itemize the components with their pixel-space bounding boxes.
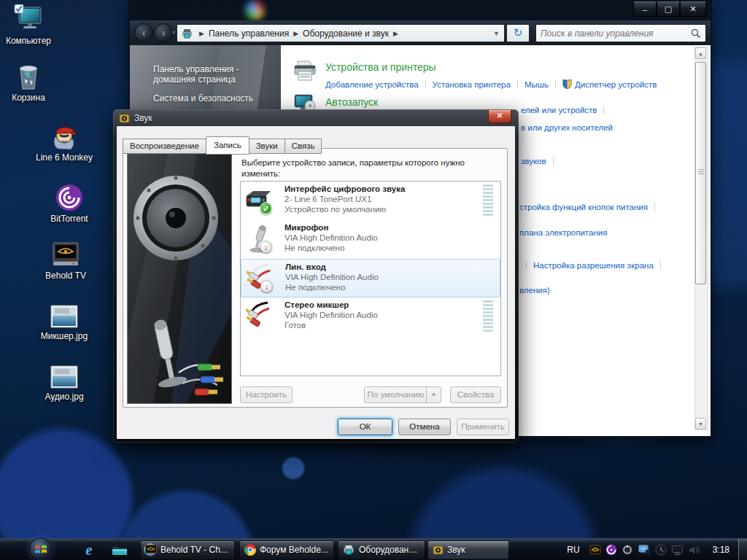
clock-tray-icon[interactable] [655,544,667,556]
control-panel-titlebar[interactable]: – ▢ ✕ [128,0,712,20]
address-dropdown-icon[interactable]: ▼ [489,30,504,37]
set-default-dropdown-icon[interactable]: ▼ [426,387,441,402]
quicklaunch-internet-explorer[interactable]: e [80,541,98,559]
sound-dialog-tabs: Воспроизведение Запись Звуки Связь [123,136,322,154]
tab-recording[interactable]: Запись [206,136,249,155]
taskbar-button-hardware-sound[interactable]: Оборудование ... [338,540,425,559]
partial-link-power-plan[interactable]: плана электропитания [519,228,607,237]
partial-link-cds-other-media[interactable]: в или других носителей [521,123,613,132]
properties-button[interactable]: Свойства [450,386,501,403]
quicklaunch-explorer[interactable] [111,541,128,559]
desktop: Компьютер Корзина Line 6 Monkey [0,0,747,560]
device-description: 2- Line 6 TonePort UX1 [285,195,371,203]
display-tray-icon[interactable] [671,545,684,556]
link-separator [660,261,661,270]
sound-dialog-icon [119,113,130,123]
set-default-button[interactable]: По умолчанию ▼ [364,386,441,403]
sound-dialog-title: Звук [134,113,152,123]
taskbar-button-sound[interactable]: Звук [427,540,509,559]
device-name: Микрофон [285,223,328,232]
taskbar-button-behold-tv[interactable]: Behold TV - Ch... [140,540,235,559]
link-separator [553,157,554,166]
search-input[interactable] [536,28,691,39]
taskbar-button-chrome-forum[interactable]: Форум Beholde... [239,540,334,559]
speaker-artwork [127,153,232,404]
partial-link-management[interactable]: вления) [519,286,550,295]
link-device-manager[interactable]: Диспетчер устройств [575,80,657,89]
device-status: Не подключено [285,283,345,292]
link-add-device[interactable]: Добавление устройства [325,80,419,89]
close-button[interactable]: ✕ [680,1,706,17]
tab-sounds[interactable]: Звуки [249,139,285,154]
language-indicator[interactable]: RU [567,545,579,555]
behold-tv-tray-icon[interactable] [589,544,601,556]
taskbar-button-label: Behold TV - Ch... [160,545,232,555]
breadcrumb-root[interactable]: Панель управления [207,28,290,39]
show-desktop-button[interactable] [738,539,747,560]
refresh-button[interactable]: ↻ [506,24,530,42]
cancel-button[interactable]: Отмена [398,419,451,435]
system-tray: RU [567,539,747,560]
apply-button[interactable]: Применить [457,419,509,435]
breadcrumb-arrow[interactable]: ▶ [196,30,207,37]
devices-and-printers-icon [343,545,355,555]
sidebar-home-link[interactable]: Панель управления - домашняя страница [153,64,239,85]
behold-tv-icon [51,241,80,268]
start-button[interactable] [29,537,53,560]
device-row-microphone[interactable]: ↓ Микрофон VIA High Definition Audio Не … [241,220,500,259]
partial-link-screen-resolution[interactable]: Настройка разрешения экрана [519,261,667,270]
section-devices-printers-title[interactable]: Устройства и принтеры [325,61,436,73]
partial-link-media-or-devices[interactable]: елей или устройств [521,106,611,114]
configure-button[interactable]: Настроить [240,386,293,403]
desktop-icon-mixer-jpg[interactable]: Микшер.jpg [24,304,104,341]
partial-link-power-buttons[interactable]: стройка функций кнопок питания [519,203,662,211]
desktop-icon-computer[interactable]: Компьютер [0,4,69,46]
ok-button[interactable]: ОК [338,419,392,435]
taskbar: e Behold TV - Ch... [0,538,747,560]
tab-communications[interactable]: Связь [285,139,322,154]
history-dropdown-icon[interactable]: ▾ [172,29,175,36]
app-ring-tray-icon[interactable] [622,544,633,556]
forward-button[interactable]: › [154,23,173,42]
bittorrent-tray-icon[interactable] [605,544,617,556]
taskbar-clock[interactable]: 3:18 [713,545,729,555]
device-status: Готов [285,321,306,330]
dialog-close-button[interactable]: ✕ [488,110,511,123]
breadcrumb-arrow[interactable]: ▶ [390,30,401,37]
image-file-icon [50,365,79,389]
breadcrumb-current[interactable]: Оборудование и звук [301,28,390,39]
desktop-icon-bittorrent[interactable]: BitTorrent [29,184,109,224]
device-row-line-in[interactable]: ↓ Лин. вход VIA High Definition Audio Не… [241,259,500,298]
sidebar-item-system-security[interactable]: Система и безопасность [153,93,253,104]
tab-playback[interactable]: Воспроизведение [123,139,206,154]
partial-link-system-sounds[interactable]: звуков [521,157,560,166]
breadcrumb-arrow[interactable]: ▶ [290,30,301,37]
scroll-thumb[interactable] [695,62,706,284]
scroll-down-button[interactable]: ▼ [695,418,706,429]
link-mouse[interactable]: Мышь [525,80,549,89]
desktop-icon-audio-jpg[interactable]: Аудио.jpg [24,365,104,402]
recording-tab-panel: Выберите устройство записи, параметры ко… [123,148,508,408]
desktop-icon-line6-monkey[interactable]: Line 6 Monkey [24,122,104,163]
desktop-icon-behold-tv[interactable]: Behold TV [26,241,106,281]
link-separator [526,261,527,270]
link-install-printer[interactable]: Установка принтера [433,80,511,89]
minimize-button[interactable]: – [633,1,657,17]
maximize-button[interactable]: ▢ [657,1,680,17]
ie-icon: e [85,541,92,559]
sound-dialog-titlebar[interactable]: Звук ✕ [113,109,519,126]
section-autoplay-title[interactable]: Автозапуск [325,96,378,108]
device-row-stereo-mix[interactable]: Стерео микшер VIA High Definition Audio … [241,298,500,336]
taskbar-button-label: Оборудование ... [359,545,425,555]
device-row-digital-interface[interactable]: ✓ Интерфейс цифрового звука 2- Line 6 To… [241,182,500,220]
taskbar-button-label: Звук [447,545,470,555]
search-icon[interactable] [691,28,701,39]
device-status: Устройство по умолчанию [285,205,386,214]
address-bar[interactable]: ▶ Панель управления ▶ Оборудование и зву… [177,24,505,42]
volume-tray-icon[interactable] [688,545,700,556]
back-button[interactable]: ‹ [134,23,153,42]
desktop-icon-recycle-bin[interactable]: Корзина [0,63,69,103]
computer-icon [13,4,44,34]
scroll-up-button[interactable]: ▲ [695,47,706,59]
network-computer-tray-icon[interactable] [638,544,651,556]
